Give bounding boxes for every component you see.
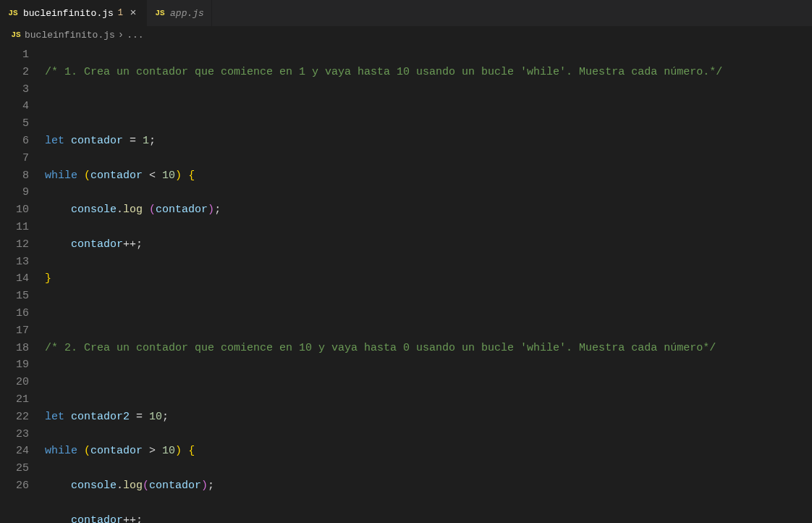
dirty-indicator: 1 bbox=[118, 8, 123, 18]
tab-bucleinfinito[interactable]: JS bucleinfinito.js 1 × bbox=[0, 0, 147, 26]
chevron-right-icon: › bbox=[118, 29, 124, 41]
tab-label: bucleinfinito.js bbox=[23, 8, 114, 19]
breadcrumb-file: bucleinfinito.js bbox=[25, 30, 115, 41]
breadcrumb[interactable]: JS bucleinfinito.js › ... bbox=[0, 26, 812, 43]
tab-app[interactable]: JS app.js bbox=[147, 0, 212, 26]
code-area[interactable]: /* 1. Crea un contador que comience en 1… bbox=[45, 46, 812, 523]
close-icon[interactable]: × bbox=[127, 7, 139, 20]
line-number-gutter: 1 2 3 4 5 6 7 8 9 10 11 12 13 14 15 16 1… bbox=[0, 46, 45, 523]
tab-label: app.js bbox=[170, 8, 204, 19]
breadcrumb-rest: ... bbox=[127, 30, 143, 41]
tab-bar: JS bucleinfinito.js 1 × JS app.js bbox=[0, 0, 812, 26]
js-icon: JS bbox=[154, 9, 166, 17]
js-icon: JS bbox=[7, 9, 19, 17]
code-editor[interactable]: 1 2 3 4 5 6 7 8 9 10 11 12 13 14 15 16 1… bbox=[0, 43, 812, 523]
js-icon: JS bbox=[10, 30, 22, 39]
